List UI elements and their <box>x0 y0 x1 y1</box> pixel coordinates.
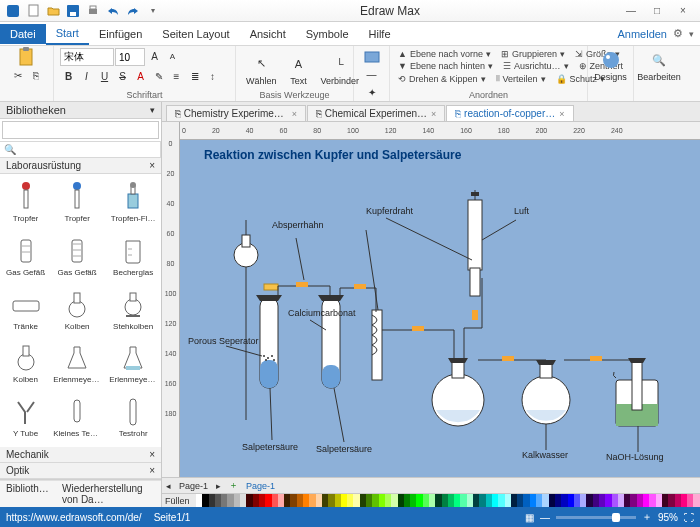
shape-ytube[interactable]: Y Tube <box>3 392 48 444</box>
tab-view[interactable]: Ansicht <box>240 24 296 44</box>
shape-flask2[interactable]: Kolben <box>3 338 48 390</box>
bullets-icon[interactable]: ≡ <box>168 68 185 85</box>
grow-font-icon[interactable]: A <box>146 48 163 65</box>
view-mode-icon[interactable]: ▦ <box>525 512 534 523</box>
close-category-icon[interactable]: × <box>149 160 155 171</box>
category-optik[interactable]: Optik <box>6 465 29 476</box>
close-tab-icon[interactable]: × <box>559 109 564 119</box>
signin-link[interactable]: Anmelden <box>617 28 667 40</box>
vertical-ruler: 020406080100120140160180 <box>162 122 180 477</box>
font-size-select[interactable] <box>115 48 145 66</box>
shape-gas-jar[interactable]: Gas Gefäß <box>3 231 48 283</box>
shape-testtube-s[interactable]: Kleines Tes… <box>50 392 104 444</box>
strike-button[interactable]: S <box>114 68 131 85</box>
page-tab-prev[interactable]: ◂ <box>166 481 171 491</box>
sidebar-tab-recovery[interactable]: Wiederherstellung von Da… <box>56 480 161 507</box>
redo-icon[interactable] <box>124 2 142 20</box>
add-page-icon[interactable]: ＋ <box>229 479 238 492</box>
minimize-button[interactable]: — <box>618 2 644 20</box>
workspace: Bibliotheken▾ 🔍 Laborausrüstung× Tropfer… <box>0 102 700 507</box>
shrink-font-icon[interactable]: A <box>164 48 181 65</box>
bold-button[interactable]: B <box>60 68 77 85</box>
bring-forward[interactable]: ▲ Ebene nach vorne▾ <box>396 48 493 60</box>
underline-button[interactable]: U <box>96 68 113 85</box>
print-icon[interactable] <box>84 2 102 20</box>
rotate-cmd[interactable]: ⟲ Drehen & Kippen▾ <box>396 72 488 85</box>
category-mechanik[interactable]: Mechanik <box>6 449 49 460</box>
send-backward[interactable]: ▼ Ebene nach hinten▾ <box>396 60 495 72</box>
text-tool[interactable]: AText <box>284 52 314 87</box>
shape-effects-icon[interactable]: ✦ <box>363 84 380 101</box>
open-icon[interactable] <box>44 2 62 20</box>
page-tab-2[interactable]: Page-1 <box>246 481 275 491</box>
svg-rect-12 <box>24 190 28 208</box>
tab-pagelayout[interactable]: Seiten Layout <box>152 24 239 44</box>
shape-dropper-bottle[interactable]: Tropfen-Fl… <box>106 177 160 229</box>
undo-icon[interactable] <box>104 2 122 20</box>
italic-button[interactable]: I <box>78 68 95 85</box>
zoom-in-button[interactable]: ＋ <box>642 510 652 524</box>
svg-rect-53 <box>471 192 479 196</box>
doc-tab[interactable]: ⎘ Chemical Experimen…× <box>307 105 445 121</box>
shape-flask[interactable]: Kolben <box>50 285 104 337</box>
shape-trough[interactable]: Tränke <box>3 285 48 337</box>
new-icon[interactable] <box>24 2 42 20</box>
save-icon[interactable] <box>64 2 82 20</box>
tab-insert[interactable]: Einfügen <box>89 24 152 44</box>
shape-testtube[interactable]: Testrohr <box>106 392 160 444</box>
category-lab[interactable]: Laborausrüstung <box>6 160 81 171</box>
svg-line-70 <box>386 218 472 260</box>
svg-rect-61 <box>632 360 642 410</box>
fullscreen-icon[interactable]: ⛶ <box>684 512 694 523</box>
cut-icon[interactable]: ✂ <box>9 67 26 84</box>
shape-search-input[interactable] <box>2 121 159 139</box>
doc-tab[interactable]: ⎘ reaction-of-copper…× <box>446 105 573 121</box>
group-cmd[interactable]: ⊞ Gruppieren▾ <box>499 48 567 60</box>
shape-gas-jar2[interactable]: Gas Gefäß <box>50 231 104 283</box>
align-cmd[interactable]: ☰ Ausrichtu…▾ <box>501 60 571 72</box>
svg-point-46 <box>265 359 267 361</box>
svg-rect-4 <box>89 9 97 14</box>
color-swatch[interactable] <box>693 494 699 507</box>
page-tab-1[interactable]: Page-1 <box>179 481 208 491</box>
designs-button[interactable]: Designs <box>594 48 627 83</box>
sidebar-dropdown-icon[interactable]: ▾ <box>150 105 155 115</box>
highlight-icon[interactable]: ✎ <box>150 68 167 85</box>
close-tab-icon[interactable]: × <box>292 109 297 119</box>
shape-fill-icon[interactable] <box>363 48 380 65</box>
linespacing-icon[interactable]: ↕ <box>204 68 221 85</box>
distribute-cmd[interactable]: ⫴ Verteilen▾ <box>494 72 548 85</box>
tab-symbols[interactable]: Symbole <box>296 24 359 44</box>
shape-line-icon[interactable]: — <box>363 66 380 83</box>
edit-button[interactable]: 🔍Bearbeiten <box>640 48 678 83</box>
zoom-out-button[interactable]: — <box>540 512 550 523</box>
shape-beaker[interactable]: Becherglas <box>106 231 160 283</box>
close-tab-icon[interactable]: × <box>431 109 436 119</box>
drawing-page[interactable]: Reaktion zwischen Kupfer und Salpetersäu… <box>180 140 700 477</box>
doc-tab[interactable]: ⎘ Chemistry Experiment 2× <box>166 105 306 121</box>
close-button[interactable]: × <box>670 2 696 20</box>
tab-start[interactable]: Start <box>46 23 89 45</box>
font-name-select[interactable] <box>60 48 114 66</box>
align-icon[interactable]: ≣ <box>186 68 203 85</box>
select-tool[interactable]: ↖Wählen <box>242 52 281 87</box>
shape-stand-flask[interactable]: Stehkolben <box>106 285 160 337</box>
zoom-slider[interactable] <box>556 516 636 519</box>
file-tab[interactable]: Datei <box>0 24 46 44</box>
shape-dropper-red[interactable]: Tropfer <box>3 177 48 229</box>
maximize-button[interactable]: □ <box>644 2 670 20</box>
page-tab-next[interactable]: ▸ <box>216 481 221 491</box>
shape-erlenmeyer[interactable]: Erlenmeyer… <box>50 338 104 390</box>
shape-erlenmeyer2[interactable]: Erlenmeyer… <box>106 338 160 390</box>
tab-help[interactable]: Hilfe <box>359 24 401 44</box>
qat-dropdown-icon[interactable]: ▾ <box>144 2 162 20</box>
svg-point-13 <box>73 182 81 190</box>
copy-icon[interactable]: ⎘ <box>27 67 44 84</box>
gear-icon[interactable]: ⚙ <box>673 27 683 40</box>
sidebar-tab-libs[interactable]: Biblioth… <box>0 480 56 507</box>
app-menu-icon[interactable] <box>4 2 22 20</box>
shape-dropper-blue[interactable]: Tropfer <box>50 177 104 229</box>
paste-icon[interactable] <box>18 48 35 65</box>
font-color-icon[interactable]: A <box>132 68 149 85</box>
collapse-ribbon-icon[interactable]: ▾ <box>689 29 694 39</box>
